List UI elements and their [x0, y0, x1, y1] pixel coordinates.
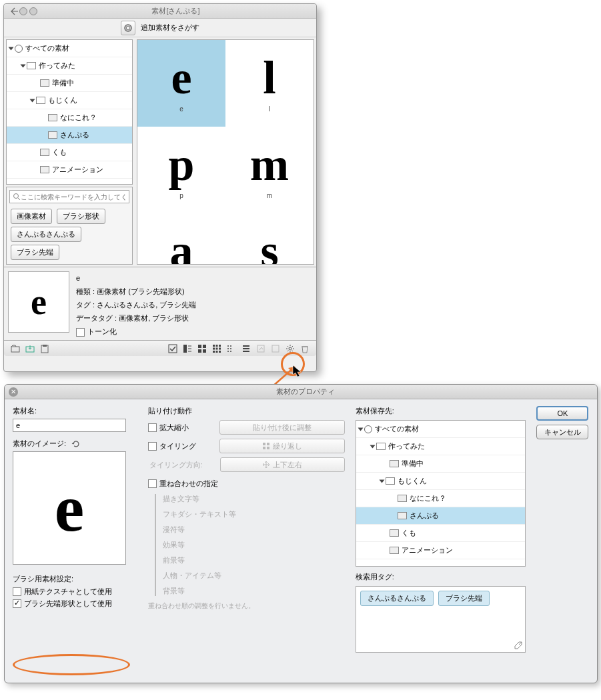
tree-item[interactable]: もじくん [7, 92, 132, 109]
tree-item[interactable]: 準備中 [7, 75, 132, 92]
tags-box[interactable]: さんぷるさんぷる ブラシ先端 [356, 586, 526, 653]
check-view-icon[interactable] [167, 343, 179, 355]
svg-point-26 [227, 348, 229, 349]
svg-rect-20 [216, 347, 218, 349]
search-tag[interactable]: ブラシ先端 [438, 591, 490, 606]
trash-icon[interactable] [299, 343, 311, 355]
name-input[interactable] [13, 419, 126, 432]
search-more-label[interactable]: 追加素材をさがす [141, 23, 199, 33]
tree-item[interactable]: 作ってみた [356, 438, 526, 455]
tree-root[interactable]: すべての素材 [356, 421, 526, 438]
scale-dropdown[interactable]: 貼り付け後に調整 [219, 420, 345, 435]
cancel-button[interactable]: キャンセル [536, 425, 588, 439]
tree-item[interactable]: アニメーション [7, 161, 132, 179]
save-location-tree[interactable]: すべての素材 作ってみた 準備中 もじくん なにこれ？ さんぷる くも アニメー… [356, 420, 526, 567]
tree-item[interactable]: なにこれ？ [356, 490, 526, 507]
titlebar: 素材[さんぷる] [4, 4, 316, 19]
svg-point-25 [227, 345, 229, 347]
svg-line-42 [519, 642, 522, 645]
detail-pane: e e 種類 : 画像素材 (ブラシ先端形状) タグ : さんぷるさんぷる, ブ… [4, 267, 316, 340]
brush-tip-checkbox[interactable] [13, 599, 21, 608]
material-item-selected[interactable]: ee [137, 40, 225, 127]
properties-dialog: ✕ 素材のプロパティ 素材名: 素材のイメージ: e ブラシ用素材設定: 用紙テ… [4, 384, 598, 683]
material-item[interactable]: ll [225, 40, 314, 127]
add-tag-icon[interactable] [514, 641, 523, 650]
svg-point-1 [14, 194, 19, 199]
material-item[interactable]: aa [137, 213, 225, 265]
svg-rect-21 [219, 347, 221, 349]
tree-item[interactable]: アニメーション [356, 542, 526, 559]
search-tag[interactable]: さんぷるさんぷる [360, 591, 434, 606]
svg-rect-14 [198, 349, 201, 353]
svg-rect-13 [203, 345, 206, 348]
tiling-dropdown[interactable]: 繰り返し [219, 439, 345, 453]
name-label: 素材名: [13, 406, 137, 416]
new-folder-icon[interactable] [9, 343, 21, 355]
ok-button[interactable]: OK [536, 406, 588, 421]
svg-rect-16 [213, 345, 215, 347]
minimize-window-icon[interactable] [29, 7, 37, 15]
bottom-toolbar [4, 340, 316, 356]
tree-item-selected[interactable]: さんぷる [7, 127, 132, 144]
tree-item-selected[interactable]: さんぷる [356, 507, 526, 525]
filter-tag[interactable]: ブラシ形状 [57, 209, 105, 224]
paper-texture-checkbox[interactable] [13, 587, 21, 596]
collapse-icon[interactable] [10, 7, 19, 16]
material-item[interactable]: pp [137, 127, 225, 213]
folder-tree[interactable]: すべての素材 作ってみた 準備中 もじくん なにこれ？ さんぷる くも アニメー… [6, 39, 133, 185]
tone-checkbox[interactable] [76, 328, 85, 337]
tiling-dir-dropdown[interactable]: 上下左右 [220, 457, 345, 472]
tiling-checkbox[interactable] [148, 442, 157, 451]
paste-icon[interactable] [39, 343, 51, 355]
search-more-icon[interactable] [121, 21, 135, 35]
svg-line-2 [18, 198, 20, 200]
svg-rect-3 [11, 347, 19, 352]
dialog-title: 素材のプロパティ [18, 387, 593, 397]
svg-point-29 [230, 348, 231, 349]
material-item[interactable]: ss [225, 213, 314, 265]
svg-rect-22 [213, 351, 215, 353]
tree-item[interactable]: くも [7, 144, 132, 161]
filter-tag[interactable]: ブラシ先端 [11, 245, 59, 260]
dialog-titlebar: ✕ 素材のプロパティ [5, 385, 597, 399]
filter-tag[interactable]: さんぷるさんぷる [11, 227, 81, 242]
tree-item[interactable]: なにこれ？ [7, 109, 132, 127]
material-grid[interactable]: ee ll pp mm aa ss [137, 39, 314, 265]
large-grid-icon[interactable] [196, 343, 208, 355]
close-icon[interactable]: ✕ [9, 387, 18, 397]
list-tiny-icon[interactable] [225, 343, 237, 355]
list-icon[interactable] [240, 343, 252, 355]
svg-point-30 [230, 351, 231, 352]
tree-root[interactable]: すべての素材 [7, 40, 132, 57]
filter-pane: 画像素材 ブラシ形状 さんぷるさんぷる ブラシ先端 [6, 187, 133, 265]
image-preview: e [13, 451, 126, 565]
material-item[interactable]: mm [225, 127, 314, 213]
filter-tag[interactable]: 画像素材 [11, 209, 52, 224]
refresh-icon[interactable] [71, 439, 81, 449]
detail-view-icon[interactable] [181, 343, 193, 355]
svg-point-36 [289, 347, 291, 350]
svg-rect-12 [198, 345, 201, 348]
paste-to-canvas-icon[interactable] [255, 343, 267, 355]
close-window-icon[interactable] [19, 7, 27, 15]
overlay-checkbox[interactable] [148, 479, 157, 488]
tree-item[interactable]: 作ってみた [7, 57, 132, 75]
svg-rect-8 [183, 345, 187, 353]
overlay-note: 重ね合わせ順の調整を行いません。 [148, 601, 345, 611]
svg-rect-24 [219, 351, 221, 353]
settings-gear-icon[interactable] [284, 343, 296, 355]
tree-item[interactable]: もじくん [356, 473, 526, 490]
apply-icon[interactable] [269, 343, 281, 355]
search-input[interactable] [21, 193, 126, 201]
cursor-icon [292, 365, 303, 378]
brush-settings-label: ブラシ用素材設定: [13, 574, 137, 584]
svg-rect-15 [203, 349, 206, 353]
small-grid-icon[interactable] [211, 343, 223, 355]
detail-datatag: データタグ : 画像素材, ブラシ形状 [76, 311, 196, 325]
import-icon[interactable] [24, 343, 36, 355]
tree-item[interactable]: くも [356, 525, 526, 542]
svg-rect-7 [169, 345, 177, 353]
scale-checkbox[interactable] [148, 423, 157, 432]
tree-item[interactable]: 準備中 [356, 455, 526, 473]
search-box[interactable] [9, 190, 129, 203]
